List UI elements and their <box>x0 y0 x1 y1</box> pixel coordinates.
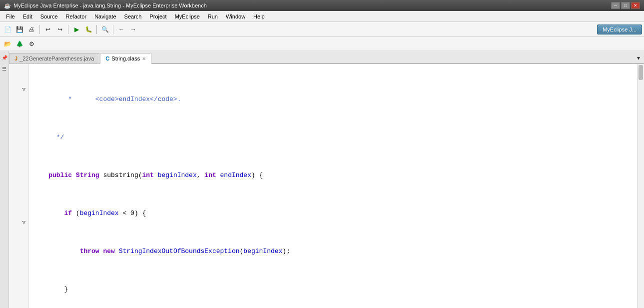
menu-refactor[interactable]: Refactor <box>62 12 91 20</box>
title-bar: ☕ MyEclipse Java Enterprise - java.lang.… <box>0 0 644 11</box>
main-toolbar: 📄 💾 🖨 ↩ ↪ ▶ 🐛 🔍 ← → MyEclipse J... <box>0 22 644 37</box>
code-line-1: * <code>endIndex</code>. <box>33 94 633 104</box>
code-line-5: throw new StringIndexOutOfBoundsExceptio… <box>33 246 633 256</box>
hierarchy-button[interactable]: 🌲 <box>14 38 25 50</box>
minimize-button[interactable]: ─ <box>611 2 620 9</box>
separator-3 <box>96 25 97 34</box>
side-panel: 📌 ☰ <box>0 51 9 308</box>
title-text: MyEclipse Java Enterprise - java.lang.St… <box>13 2 611 8</box>
debug-button[interactable]: 🐛 <box>83 24 94 35</box>
separator-4 <box>113 25 113 34</box>
save-button[interactable]: 💾 <box>14 24 25 35</box>
undo-button[interactable]: ↩ <box>42 24 53 35</box>
search-button[interactable]: 🔍 <box>99 24 110 35</box>
tab-string-class[interactable]: C String.class ✕ <box>100 53 151 64</box>
run-button[interactable]: ▶ <box>71 24 82 35</box>
menu-help[interactable]: Help <box>249 12 269 20</box>
separator-2 <box>68 25 68 34</box>
menu-navigate[interactable]: Navigate <box>90 12 120 20</box>
line-numbers: ▽ ▽ <box>9 64 29 308</box>
back-button[interactable]: ← <box>116 24 127 35</box>
menu-project[interactable]: Project <box>145 12 170 20</box>
open-type-button[interactable]: 📂 <box>2 38 13 50</box>
perspective-button[interactable]: ⚙ <box>26 38 37 50</box>
tab-icon-class: C <box>105 56 109 62</box>
menu-edit[interactable]: Edit <box>19 12 36 20</box>
tab-bar-fill <box>152 63 633 64</box>
menu-search[interactable]: Search <box>120 12 146 20</box>
code-line-4: if (beginIndex < 0) { <box>33 208 633 218</box>
tab-close-string[interactable]: ✕ <box>142 56 146 62</box>
tab-icon-java: J <box>14 56 17 62</box>
tab-bar: J _22GenerateParentheses.java C String.c… <box>9 51 644 64</box>
code-editor[interactable]: ▽ ▽ <box>9 64 644 308</box>
window-controls: ─ □ ✕ <box>611 2 640 9</box>
side-icon-1[interactable]: 📌 <box>1 54 8 61</box>
scrollbar-thumb[interactable] <box>639 65 643 80</box>
forward-button[interactable]: → <box>128 24 139 35</box>
tab-menu-button[interactable]: ▾ <box>633 52 644 64</box>
close-button[interactable]: ✕ <box>631 2 640 9</box>
app-icon: ☕ <box>4 2 11 9</box>
separator-1 <box>39 25 40 34</box>
code-line-3: public String substring(int beginIndex, … <box>33 170 633 180</box>
menu-bar: File Edit Source Refactor Navigate Searc… <box>0 11 644 22</box>
menu-myeclipse[interactable]: MyEclipse <box>171 12 204 20</box>
print-button[interactable]: 🖨 <box>26 24 37 35</box>
new-button[interactable]: 📄 <box>2 24 13 35</box>
side-icon-2[interactable]: ☰ <box>1 65 8 72</box>
redo-button[interactable]: ↪ <box>54 24 65 35</box>
menu-window[interactable]: Window <box>222 12 249 20</box>
code-content[interactable]: * <code>endIndex</code>. */ public Strin… <box>29 64 637 308</box>
tab-label-generate: _22GenerateParentheses.java <box>19 56 94 62</box>
maximize-button[interactable]: □ <box>621 2 630 9</box>
editor-wrapper: J _22GenerateParentheses.java C String.c… <box>9 51 644 308</box>
myeclipse-button[interactable]: MyEclipse J... <box>597 24 642 34</box>
menu-file[interactable]: File <box>2 12 19 20</box>
menu-run[interactable]: Run <box>204 12 222 20</box>
secondary-toolbar: 📂 🌲 ⚙ <box>0 37 644 51</box>
tab-generate-parentheses[interactable]: J _22GenerateParentheses.java <box>9 53 99 64</box>
main-area: 📌 ☰ J _22GenerateParentheses.java C Stri… <box>0 51 644 308</box>
right-scrollbar[interactable] <box>637 64 644 308</box>
code-line-6: } <box>33 284 633 294</box>
code-line-2: */ <box>33 132 633 142</box>
menu-source[interactable]: Source <box>36 12 62 20</box>
tab-label-string: String.class <box>111 56 140 62</box>
